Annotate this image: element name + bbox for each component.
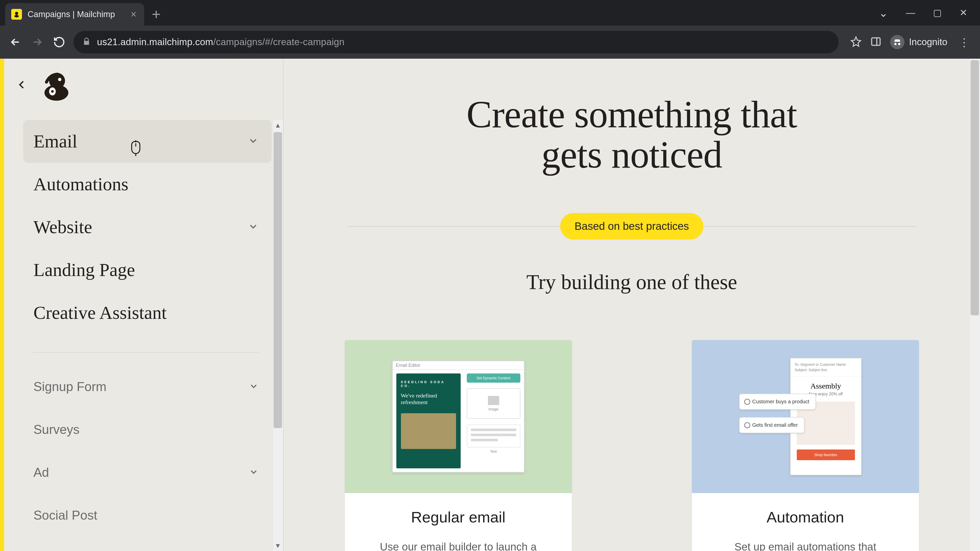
card-description: Set up email automations that personaliz…	[707, 539, 904, 551]
incognito-indicator: Incognito	[890, 35, 947, 49]
window-controls: ⌄ ― ▢ ✕	[879, 0, 980, 25]
scrollbar-thumb[interactable]	[274, 132, 282, 428]
svg-rect-2	[872, 38, 880, 45]
reload-button[interactable]	[52, 35, 67, 50]
subheading: Try building one of these	[283, 270, 980, 294]
card-automation[interactable]: To: Segment or Customer NameSubject: Sub…	[692, 340, 919, 551]
scrollbar-thumb[interactable]	[970, 60, 979, 315]
card-regular-email[interactable]: Email Editor SEEDLING SODA CO. We've red…	[345, 340, 572, 551]
accent-strip	[0, 59, 4, 551]
main-scrollbar[interactable]	[969, 59, 980, 551]
sidebar-item-landing-page[interactable]: Landing Page	[23, 248, 272, 291]
sidebar-item-signup-form[interactable]: Signup Form	[23, 365, 272, 408]
main-content: Create something that gets noticed Based…	[283, 59, 980, 551]
sidebar-item-creative-assistant[interactable]: Creative Assistant	[23, 291, 272, 334]
sidebar: Email Automations Website Landing Page C…	[4, 59, 283, 551]
card-preview: Email Editor SEEDLING SODA CO. We've red…	[345, 340, 572, 493]
sidebar-item-surveys[interactable]: Surveys	[23, 408, 272, 451]
svg-point-1	[14, 15, 19, 17]
url-text: us21.admin.mailchimp.com/campaigns/#/cre…	[97, 37, 345, 48]
sidebar-item-website[interactable]: Website	[23, 206, 272, 248]
sidebar-scrollbar[interactable]: ▲ ▼	[272, 120, 283, 551]
svg-point-8	[51, 90, 54, 93]
tab-title: Campaigns | Mailchimp	[27, 10, 115, 19]
lock-icon	[82, 37, 91, 47]
tabs-dropdown-icon[interactable]: ⌄	[879, 6, 888, 19]
hero-heading: Create something that gets noticed	[283, 94, 980, 175]
sidebar-item-ad[interactable]: Ad	[23, 451, 272, 494]
card-description: Use our email builder to launch a campai…	[360, 539, 557, 551]
close-tab-icon[interactable]: ×	[130, 10, 136, 19]
svg-point-0	[15, 12, 18, 15]
browser-tab[interactable]: Campaigns | Mailchimp ×	[5, 3, 144, 25]
mailchimp-logo-icon[interactable]	[40, 69, 73, 102]
favicon-icon	[11, 9, 22, 20]
card-title: Regular email	[360, 508, 557, 526]
sidebar-item-social-post[interactable]: Social Post	[23, 494, 272, 537]
address-bar[interactable]: us21.admin.mailchimp.com/campaigns/#/cre…	[73, 31, 838, 53]
forward-button[interactable]	[30, 35, 45, 50]
best-practices-pill: Based on best practices	[560, 213, 703, 240]
scroll-up-icon[interactable]: ▲	[272, 120, 283, 130]
sidebar-divider	[33, 352, 259, 353]
chevron-down-icon	[248, 381, 259, 392]
close-window-button[interactable]: ✕	[959, 7, 967, 18]
minimize-button[interactable]: ―	[906, 7, 915, 18]
back-button[interactable]	[8, 35, 23, 50]
sidebar-item-automations[interactable]: Automations	[23, 163, 272, 206]
scroll-down-icon[interactable]: ▼	[272, 540, 283, 551]
maximize-button[interactable]: ▢	[933, 7, 942, 18]
bookmark-icon[interactable]	[850, 36, 862, 48]
chevron-down-icon	[248, 135, 259, 148]
chevron-down-icon	[248, 221, 259, 233]
new-tab-button[interactable]: +	[152, 3, 161, 23]
svg-point-6	[58, 78, 62, 81]
card-title: Automation	[707, 508, 904, 526]
sidebar-back-button[interactable]	[17, 79, 27, 93]
side-panel-icon[interactable]	[870, 36, 881, 48]
chevron-down-icon	[248, 467, 259, 478]
card-preview: To: Segment or Customer NameSubject: Sub…	[692, 340, 919, 493]
browser-tab-strip: Campaigns | Mailchimp × + ⌄ ― ▢ ✕	[0, 0, 980, 25]
incognito-icon	[890, 35, 904, 49]
browser-menu-icon[interactable]: ⋮	[956, 36, 972, 49]
browser-toolbar: us21.admin.mailchimp.com/campaigns/#/cre…	[0, 25, 980, 59]
sidebar-item-email[interactable]: Email	[23, 120, 272, 163]
